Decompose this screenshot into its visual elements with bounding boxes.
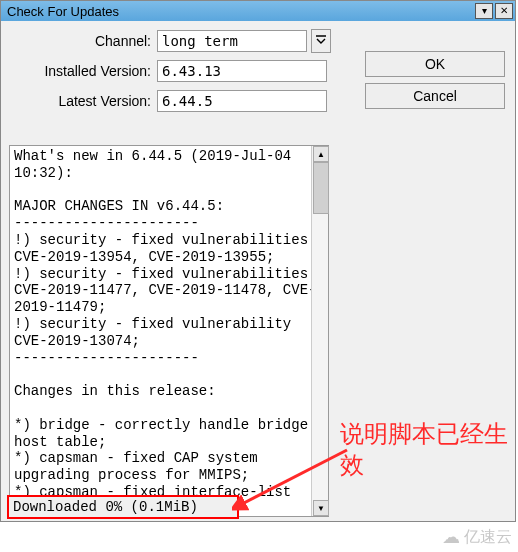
- latest-version-label: Latest Version:: [9, 93, 157, 109]
- channel-label: Channel:: [9, 33, 157, 49]
- channel-input[interactable]: long term: [157, 30, 307, 52]
- minimize-button[interactable]: ▾: [475, 3, 493, 19]
- overline-down-icon: [316, 34, 326, 48]
- content-area: Channel: long term Installed Version: 6.…: [1, 21, 515, 127]
- download-status: Downloaded 0% (0.1MiB): [7, 495, 239, 519]
- scroll-thumb[interactable]: [313, 162, 329, 214]
- titlebar: Check For Updates ▾ ✕: [1, 1, 515, 21]
- dialog-buttons: OK Cancel: [365, 51, 505, 115]
- annotation-text: 说明脚本已经生效: [340, 418, 510, 480]
- changelog-box: What's new in 6.44.5 (2019-Jul-04 10:32)…: [9, 145, 329, 517]
- download-status-text: Downloaded 0% (0.1MiB): [13, 499, 198, 515]
- channel-row: Channel: long term: [9, 29, 507, 53]
- scrollbar[interactable]: ▲ ▼: [311, 146, 328, 516]
- latest-version-value: 6.44.5: [157, 90, 327, 112]
- scroll-down-button[interactable]: ▼: [313, 500, 329, 516]
- channel-dropdown-button[interactable]: [311, 29, 331, 53]
- close-button[interactable]: ✕: [495, 3, 513, 19]
- window-title: Check For Updates: [3, 4, 473, 19]
- scroll-up-button[interactable]: ▲: [313, 146, 329, 162]
- cancel-button[interactable]: Cancel: [365, 83, 505, 109]
- installed-version-value: 6.43.13: [157, 60, 327, 82]
- installed-version-label: Installed Version:: [9, 63, 157, 79]
- changelog-text: What's new in 6.44.5 (2019-Jul-04 10:32)…: [10, 146, 328, 516]
- watermark: ☁ 亿速云: [442, 526, 512, 548]
- cloud-icon: ☁: [442, 526, 460, 548]
- watermark-text: 亿速云: [464, 527, 512, 548]
- ok-button[interactable]: OK: [365, 51, 505, 77]
